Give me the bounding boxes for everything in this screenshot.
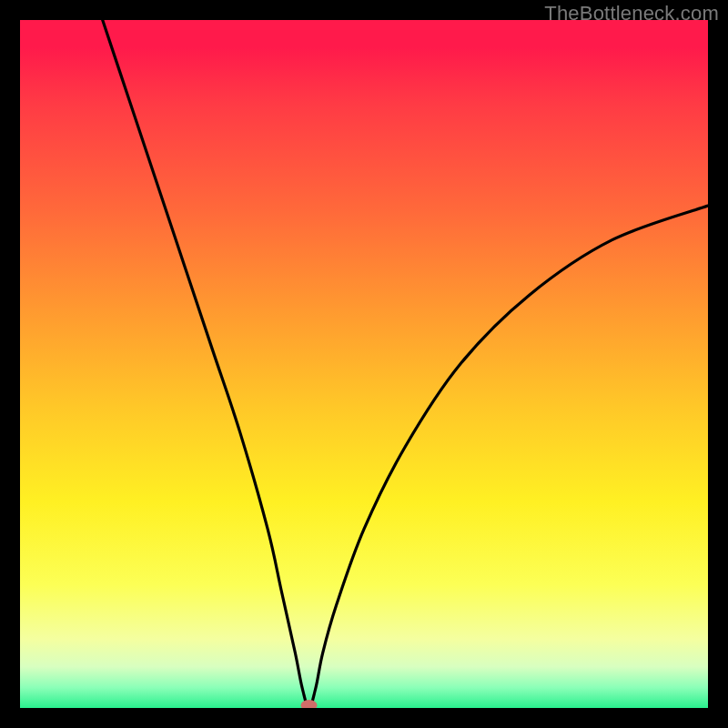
bottleneck-curve — [103, 20, 708, 708]
watermark-text: TheBottleneck.com — [544, 2, 719, 25]
optimum-marker — [301, 700, 318, 708]
plot-area — [20, 20, 708, 708]
chart-frame: TheBottleneck.com — [0, 0, 728, 728]
curve-svg — [20, 20, 708, 708]
